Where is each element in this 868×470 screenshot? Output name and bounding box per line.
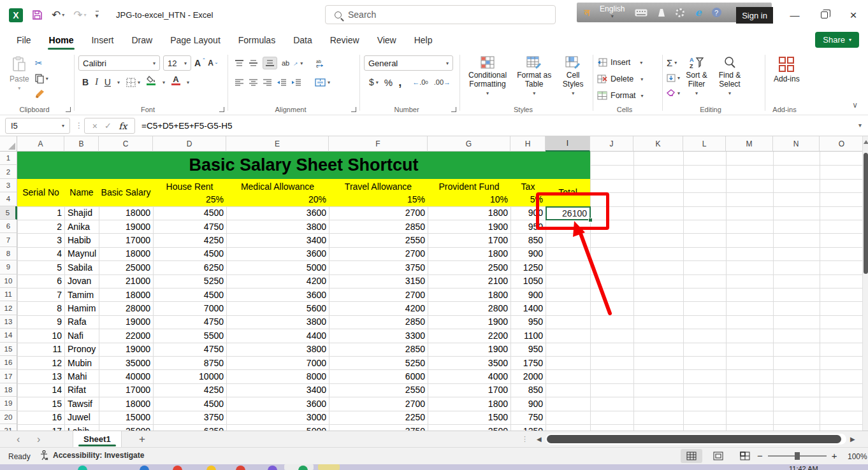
cell-F13[interactable]: 2850: [329, 315, 428, 329]
header-travel-allowance[interactable]: Travel Allowance: [329, 179, 428, 192]
taskbar-app-icon[interactable]: [173, 466, 182, 470]
page-layout-view-button[interactable]: [707, 449, 729, 463]
row-header-13[interactable]: 13: [0, 315, 17, 329]
number-format-select[interactable]: General▾: [364, 55, 453, 71]
cell-E6[interactable]: 3800: [226, 220, 329, 233]
cell-A16[interactable]: 12: [17, 356, 64, 369]
undo-button[interactable]: ↶▾: [52, 8, 64, 22]
tab-draw[interactable]: Draw: [122, 30, 161, 50]
cell-D20[interactable]: 3750: [153, 411, 226, 424]
cell-A14[interactable]: 10: [17, 329, 64, 342]
cell-G8[interactable]: 1800: [428, 247, 510, 260]
row-header-2[interactable]: 2: [0, 165, 17, 178]
alignment-dialog-launcher[interactable]: [351, 107, 356, 112]
cell-B14[interactable]: Nafi: [64, 329, 99, 342]
cell-A11[interactable]: 7: [17, 288, 64, 301]
cell-C5[interactable]: 18000: [99, 206, 153, 220]
row-header-19[interactable]: 19: [0, 397, 17, 410]
tab-data[interactable]: Data: [284, 30, 321, 50]
top-align-button[interactable]: [235, 57, 244, 69]
cell-B16[interactable]: Mubin: [64, 356, 99, 369]
tab-home[interactable]: Home: [40, 30, 83, 50]
cell-D6[interactable]: 4750: [153, 220, 226, 233]
fill-color-button[interactable]: [147, 76, 156, 89]
cell-C6[interactable]: 19000: [99, 220, 153, 233]
cell-B5[interactable]: Shajid: [64, 206, 99, 220]
header-provident-fund[interactable]: Provident Fund: [428, 179, 510, 192]
cell-G17[interactable]: 4000: [428, 369, 510, 383]
cell-G13[interactable]: 1900: [428, 315, 510, 329]
select-all-corner[interactable]: [0, 136, 17, 152]
underline-button[interactable]: U: [105, 76, 111, 89]
tab-view[interactable]: View: [368, 30, 405, 50]
header-house-rent[interactable]: House Rent: [153, 179, 226, 192]
row-header-20[interactable]: 20: [0, 411, 17, 424]
row-header-21[interactable]: 21: [0, 424, 17, 431]
cell-D9[interactable]: 6250: [153, 260, 226, 274]
cell-F11[interactable]: 2700: [329, 288, 428, 301]
cell-F8[interactable]: 2700: [329, 247, 428, 260]
close-button[interactable]: ×: [839, 0, 868, 30]
row-header-14[interactable]: 14: [0, 329, 17, 342]
row-header-10[interactable]: 10: [0, 274, 17, 288]
cell-D12[interactable]: 7000: [153, 301, 226, 315]
cell-F6[interactable]: 2850: [329, 220, 428, 233]
header-basic-salary[interactable]: Basic Salary: [99, 179, 153, 206]
cell-C10[interactable]: 21000: [99, 274, 153, 288]
cell-D8[interactable]: 4500: [153, 247, 226, 260]
fill-button[interactable]: ▾: [667, 71, 680, 84]
cell-A9[interactable]: 5: [17, 260, 64, 274]
zoom-slider-thumb[interactable]: [795, 452, 800, 460]
cell-D21[interactable]: 6250: [153, 424, 226, 431]
column-header-E[interactable]: E: [226, 136, 329, 152]
cell-D18[interactable]: 4250: [153, 383, 226, 397]
cell-A18[interactable]: 14: [17, 383, 64, 397]
cell-A15[interactable]: 11: [17, 343, 64, 356]
scroll-right-icon[interactable]: ▶: [850, 436, 855, 443]
cell-F18[interactable]: 2550: [329, 383, 428, 397]
horizontal-scrollbar-thumb[interactable]: [547, 435, 841, 443]
row-header-8[interactable]: 8: [0, 247, 17, 260]
delete-cells-button[interactable]: Delete▾: [597, 71, 658, 87]
insert-cells-button[interactable]: Insert▾: [597, 55, 658, 70]
font-size-select[interactable]: 12▾: [163, 55, 191, 71]
zoom-level[interactable]: 100%: [848, 452, 867, 461]
cell-F12[interactable]: 4200: [329, 301, 428, 315]
decrease-indent-button[interactable]: [277, 76, 287, 89]
cell-C13[interactable]: 19000: [99, 315, 153, 329]
sort-filter-button[interactable]: AZ Sort & Filter ▾: [680, 53, 713, 103]
header-pct-15%[interactable]: 15%: [329, 192, 428, 206]
taskbar-app-icon[interactable]: [236, 466, 245, 470]
cell-H10[interactable]: 1050: [510, 274, 546, 288]
confirm-entry-button[interactable]: ✓: [105, 121, 112, 131]
cell-A13[interactable]: 9: [17, 315, 64, 329]
cell-C21[interactable]: 25000: [99, 424, 153, 431]
tab-page-layout[interactable]: Page Layout: [161, 30, 229, 50]
cell-G11[interactable]: 1800: [428, 288, 510, 301]
column-header-B[interactable]: B: [64, 136, 99, 152]
cell-C18[interactable]: 17000: [99, 383, 153, 397]
cell-G18[interactable]: 1700: [428, 383, 510, 397]
cell-D14[interactable]: 5500: [153, 329, 226, 342]
cell-H14[interactable]: 1100: [510, 329, 546, 342]
cell-D16[interactable]: 8750: [153, 356, 226, 369]
cell-styles-button[interactable]: Cell Styles ▾: [557, 53, 589, 103]
cell-G9[interactable]: 2500: [428, 260, 510, 274]
cell-F10[interactable]: 3150: [329, 274, 428, 288]
header-pct-20%[interactable]: 20%: [226, 192, 329, 206]
cell-H15[interactable]: 950: [510, 343, 546, 356]
vertical-scrollbar-thumb[interactable]: [864, 153, 868, 274]
bottom-align-button[interactable]: [263, 57, 277, 69]
cell-C11[interactable]: 18000: [99, 288, 153, 301]
normal-view-button[interactable]: [681, 449, 702, 463]
customize-qat-button[interactable]: ▾: [96, 11, 99, 19]
expand-formula-bar-button[interactable]: ▾: [858, 122, 862, 129]
tab-help[interactable]: Help: [405, 30, 442, 50]
column-header-N[interactable]: N: [773, 136, 820, 152]
cell-E15[interactable]: 3800: [226, 343, 329, 356]
cell-B6[interactable]: Anika: [64, 220, 99, 233]
row-header-3[interactable]: 3: [0, 179, 17, 192]
cell-E21[interactable]: 5000: [226, 424, 329, 431]
cell-F14[interactable]: 3300: [329, 329, 428, 342]
conditional-formatting-button[interactable]: Conditional Formatting ▾: [464, 53, 511, 103]
